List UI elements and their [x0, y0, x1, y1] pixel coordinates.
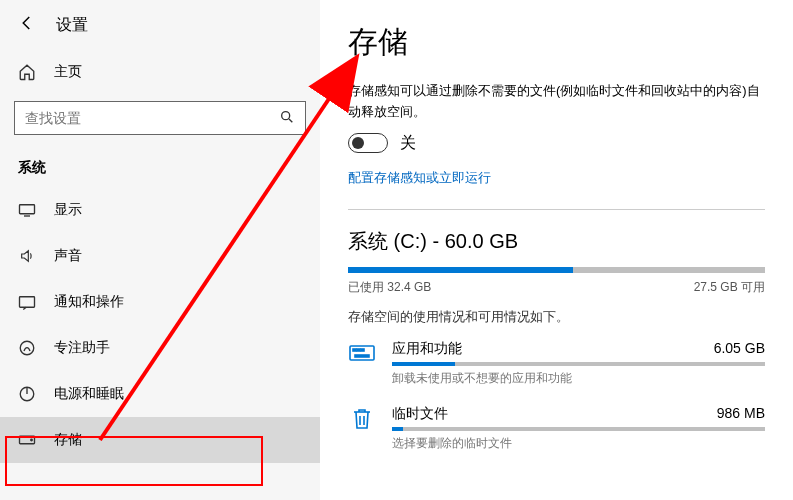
category-temp[interactable]: 临时文件 986 MB 选择要删除的临时文件: [348, 405, 765, 452]
separator: [348, 209, 765, 210]
toggle-state-label: 关: [400, 133, 416, 154]
sidebar-item-display[interactable]: 显示: [0, 187, 320, 233]
svg-rect-8: [353, 349, 356, 351]
sidebar-item-label: 电源和睡眠: [54, 385, 124, 403]
category-name: 临时文件: [392, 405, 448, 423]
sidebar-item-label: 专注助手: [54, 339, 110, 357]
sidebar-item-label: 通知和操作: [54, 293, 124, 311]
sidebar-item-label: 存储: [54, 431, 82, 449]
category-bar: [392, 362, 765, 366]
sidebar-item-notifications[interactable]: 通知和操作: [0, 279, 320, 325]
storage-sense-toggle[interactable]: [348, 133, 388, 153]
section-title: 系统: [0, 143, 320, 187]
svg-point-0: [282, 111, 290, 119]
free-label: 27.5 GB 可用: [694, 279, 765, 296]
category-name: 应用和功能: [392, 340, 462, 358]
drive-title: 系统 (C:) - 60.0 GB: [348, 228, 765, 255]
display-icon: [18, 203, 36, 217]
category-apps[interactable]: 应用和功能 6.05 GB 卸载未使用或不想要的应用和功能: [348, 340, 765, 387]
used-label: 已使用 32.4 GB: [348, 279, 431, 296]
storage-sense-description: 存储感知可以通过删除不需要的文件(例如临时文件和回收站中的内容)自动释放空间。: [348, 81, 765, 123]
sidebar-item-label: 显示: [54, 201, 82, 219]
drive-usage-bar: [348, 267, 765, 273]
svg-rect-10: [361, 349, 364, 351]
category-subtext: 选择要删除的临时文件: [392, 435, 765, 452]
focus-icon: [18, 339, 36, 357]
search-icon: [279, 109, 295, 128]
window-title: 设置: [56, 15, 88, 36]
category-size: 6.05 GB: [714, 340, 765, 358]
home-icon: [18, 63, 36, 81]
sound-icon: [18, 248, 36, 264]
trash-icon: [348, 407, 376, 431]
category-size: 986 MB: [717, 405, 765, 423]
sidebar-item-power[interactable]: 电源和睡眠: [0, 371, 320, 417]
category-subtext: 卸载未使用或不想要的应用和功能: [392, 370, 765, 387]
search-box[interactable]: [14, 101, 306, 135]
sidebar-item-focus[interactable]: 专注助手: [0, 325, 320, 371]
page-title: 存储: [348, 22, 765, 63]
sidebar-item-sound[interactable]: 声音: [0, 233, 320, 279]
sidebar-item-storage[interactable]: 存储: [0, 417, 320, 463]
notifications-icon: [18, 294, 36, 310]
svg-rect-7: [350, 346, 374, 360]
svg-rect-1: [20, 205, 35, 214]
back-button[interactable]: [18, 14, 36, 37]
home-row[interactable]: 主页: [0, 51, 320, 93]
svg-rect-2: [20, 297, 35, 308]
search-input[interactable]: [25, 110, 279, 126]
configure-link[interactable]: 配置存储感知或立即运行: [348, 169, 491, 187]
svg-rect-11: [355, 355, 369, 357]
svg-point-6: [31, 439, 33, 441]
svg-rect-9: [357, 349, 360, 351]
home-label: 主页: [54, 63, 82, 81]
category-bar: [392, 427, 765, 431]
storage-icon: [18, 434, 36, 446]
sidebar-item-label: 声音: [54, 247, 82, 265]
power-icon: [18, 385, 36, 403]
apps-icon: [348, 342, 376, 366]
usage-description: 存储空间的使用情况和可用情况如下。: [348, 308, 765, 326]
